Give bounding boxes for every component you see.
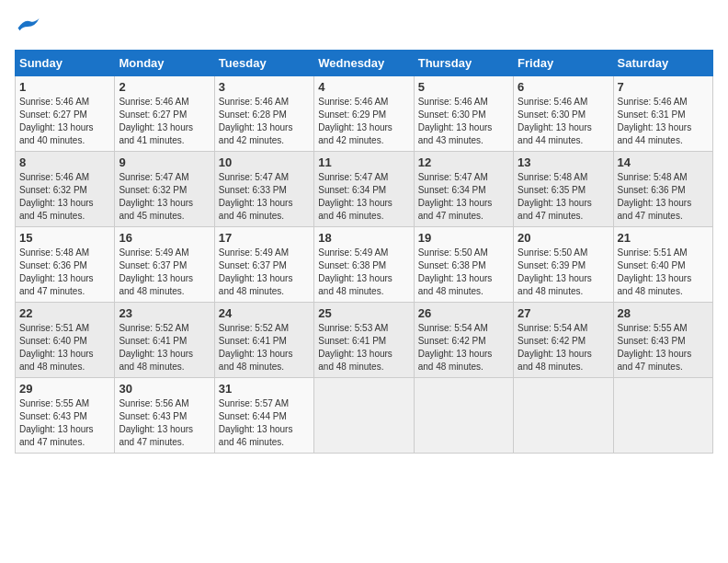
day-info: Sunrise: 5:47 AMSunset: 6:34 PMDaylight:… <box>318 171 409 223</box>
calendar: SundayMondayTuesdayWednesdayThursdayFrid… <box>15 50 713 454</box>
day-number: 6 <box>518 80 609 94</box>
day-cell: 16Sunrise: 5:49 AMSunset: 6:37 PMDayligh… <box>115 227 214 303</box>
day-cell: 14Sunrise: 5:48 AMSunset: 6:36 PMDayligh… <box>613 152 712 227</box>
day-info: Sunrise: 5:46 AMSunset: 6:30 PMDaylight:… <box>518 96 609 147</box>
day-info: Sunrise: 5:49 AMSunset: 6:38 PMDaylight:… <box>318 247 409 298</box>
day-number: 19 <box>418 231 509 245</box>
day-number: 2 <box>119 80 210 94</box>
weekday-header-saturday: Saturday <box>613 51 712 76</box>
logo <box>15 15 44 39</box>
day-info: Sunrise: 5:48 AMSunset: 6:36 PMDaylight:… <box>19 247 110 298</box>
day-cell: 9Sunrise: 5:47 AMSunset: 6:32 PMDaylight… <box>115 152 214 227</box>
day-number: 8 <box>19 155 110 169</box>
weekday-header-thursday: Thursday <box>414 51 513 76</box>
day-number: 24 <box>219 306 310 320</box>
day-info: Sunrise: 5:54 AMSunset: 6:42 PMDaylight:… <box>418 322 509 373</box>
week-row-4: 22Sunrise: 5:51 AMSunset: 6:40 PMDayligh… <box>16 303 713 378</box>
day-number: 16 <box>119 231 210 245</box>
day-number: 29 <box>19 382 110 396</box>
day-info: Sunrise: 5:54 AMSunset: 6:42 PMDaylight:… <box>518 322 609 373</box>
weekday-header-friday: Friday <box>514 51 613 76</box>
day-cell: 8Sunrise: 5:46 AMSunset: 6:32 PMDaylight… <box>16 152 115 227</box>
day-number: 9 <box>119 155 210 169</box>
day-number: 27 <box>518 306 609 320</box>
day-cell: 11Sunrise: 5:47 AMSunset: 6:34 PMDayligh… <box>314 152 414 227</box>
day-cell: 26Sunrise: 5:54 AMSunset: 6:42 PMDayligh… <box>414 303 513 378</box>
week-row-3: 15Sunrise: 5:48 AMSunset: 6:36 PMDayligh… <box>16 227 713 303</box>
day-info: Sunrise: 5:55 AMSunset: 6:43 PMDaylight:… <box>19 397 110 449</box>
day-number: 3 <box>219 80 310 94</box>
day-info: Sunrise: 5:47 AMSunset: 6:33 PMDaylight:… <box>219 171 310 223</box>
day-number: 15 <box>19 231 110 245</box>
weekday-header-tuesday: Tuesday <box>214 51 313 76</box>
day-cell: 20Sunrise: 5:50 AMSunset: 6:39 PMDayligh… <box>514 227 613 303</box>
day-cell: 5Sunrise: 5:46 AMSunset: 6:30 PMDaylight… <box>414 76 513 152</box>
weekday-header-sunday: Sunday <box>16 51 115 76</box>
day-cell: 2Sunrise: 5:46 AMSunset: 6:27 PMDaylight… <box>115 76 214 152</box>
day-number: 22 <box>19 306 110 320</box>
day-info: Sunrise: 5:50 AMSunset: 6:38 PMDaylight:… <box>418 247 509 298</box>
day-cell: 18Sunrise: 5:49 AMSunset: 6:38 PMDayligh… <box>314 227 414 303</box>
day-cell: 30Sunrise: 5:56 AMSunset: 6:43 PMDayligh… <box>115 378 214 454</box>
week-row-1: 1Sunrise: 5:46 AMSunset: 6:27 PMDaylight… <box>16 76 713 152</box>
day-info: Sunrise: 5:55 AMSunset: 6:43 PMDaylight:… <box>618 322 709 373</box>
day-cell: 29Sunrise: 5:55 AMSunset: 6:43 PMDayligh… <box>16 378 115 454</box>
day-cell: 6Sunrise: 5:46 AMSunset: 6:30 PMDaylight… <box>514 76 613 152</box>
day-number: 31 <box>219 382 310 396</box>
day-number: 12 <box>418 155 509 169</box>
day-number: 23 <box>119 306 210 320</box>
day-cell: 19Sunrise: 5:50 AMSunset: 6:38 PMDayligh… <box>414 227 513 303</box>
day-info: Sunrise: 5:48 AMSunset: 6:35 PMDaylight:… <box>518 171 609 223</box>
day-number: 7 <box>618 80 709 94</box>
day-number: 17 <box>219 231 310 245</box>
weekday-header-wednesday: Wednesday <box>314 51 414 76</box>
day-cell: 4Sunrise: 5:46 AMSunset: 6:29 PMDaylight… <box>314 76 414 152</box>
day-info: Sunrise: 5:51 AMSunset: 6:40 PMDaylight:… <box>19 322 110 373</box>
day-number: 11 <box>318 155 409 169</box>
day-number: 21 <box>618 231 709 245</box>
day-info: Sunrise: 5:46 AMSunset: 6:27 PMDaylight:… <box>19 96 110 147</box>
day-cell: 31Sunrise: 5:57 AMSunset: 6:44 PMDayligh… <box>214 378 313 454</box>
day-cell <box>613 378 712 454</box>
day-number: 25 <box>318 306 409 320</box>
day-cell <box>414 378 513 454</box>
day-number: 28 <box>618 306 709 320</box>
header <box>15 15 713 39</box>
day-info: Sunrise: 5:56 AMSunset: 6:43 PMDaylight:… <box>119 397 210 449</box>
day-info: Sunrise: 5:53 AMSunset: 6:41 PMDaylight:… <box>318 322 409 373</box>
day-info: Sunrise: 5:52 AMSunset: 6:41 PMDaylight:… <box>219 322 310 373</box>
day-number: 14 <box>618 155 709 169</box>
week-row-2: 8Sunrise: 5:46 AMSunset: 6:32 PMDaylight… <box>16 152 713 227</box>
day-cell: 24Sunrise: 5:52 AMSunset: 6:41 PMDayligh… <box>214 303 313 378</box>
day-cell: 1Sunrise: 5:46 AMSunset: 6:27 PMDaylight… <box>16 76 115 152</box>
day-info: Sunrise: 5:46 AMSunset: 6:29 PMDaylight:… <box>318 96 409 147</box>
day-cell: 28Sunrise: 5:55 AMSunset: 6:43 PMDayligh… <box>613 303 712 378</box>
day-cell: 10Sunrise: 5:47 AMSunset: 6:33 PMDayligh… <box>214 152 313 227</box>
day-info: Sunrise: 5:46 AMSunset: 6:27 PMDaylight:… <box>119 96 210 147</box>
day-number: 10 <box>219 155 310 169</box>
day-cell: 27Sunrise: 5:54 AMSunset: 6:42 PMDayligh… <box>514 303 613 378</box>
week-row-5: 29Sunrise: 5:55 AMSunset: 6:43 PMDayligh… <box>16 378 713 454</box>
day-cell <box>314 378 414 454</box>
day-info: Sunrise: 5:52 AMSunset: 6:41 PMDaylight:… <box>119 322 210 373</box>
day-info: Sunrise: 5:51 AMSunset: 6:40 PMDaylight:… <box>618 247 709 298</box>
day-info: Sunrise: 5:47 AMSunset: 6:32 PMDaylight:… <box>119 171 210 223</box>
day-info: Sunrise: 5:47 AMSunset: 6:34 PMDaylight:… <box>418 171 509 223</box>
day-cell: 22Sunrise: 5:51 AMSunset: 6:40 PMDayligh… <box>16 303 115 378</box>
day-info: Sunrise: 5:57 AMSunset: 6:44 PMDaylight:… <box>219 397 310 449</box>
day-number: 26 <box>418 306 509 320</box>
day-cell: 23Sunrise: 5:52 AMSunset: 6:41 PMDayligh… <box>115 303 214 378</box>
day-info: Sunrise: 5:49 AMSunset: 6:37 PMDaylight:… <box>219 247 310 298</box>
day-info: Sunrise: 5:46 AMSunset: 6:32 PMDaylight:… <box>19 171 110 223</box>
day-info: Sunrise: 5:46 AMSunset: 6:31 PMDaylight:… <box>618 96 709 147</box>
day-cell: 25Sunrise: 5:53 AMSunset: 6:41 PMDayligh… <box>314 303 414 378</box>
day-info: Sunrise: 5:48 AMSunset: 6:36 PMDaylight:… <box>618 171 709 223</box>
day-cell: 15Sunrise: 5:48 AMSunset: 6:36 PMDayligh… <box>16 227 115 303</box>
day-cell: 3Sunrise: 5:46 AMSunset: 6:28 PMDaylight… <box>214 76 313 152</box>
calendar-header-row: SundayMondayTuesdayWednesdayThursdayFrid… <box>16 51 713 76</box>
day-number: 13 <box>518 155 609 169</box>
weekday-header-monday: Monday <box>115 51 214 76</box>
day-cell: 21Sunrise: 5:51 AMSunset: 6:40 PMDayligh… <box>613 227 712 303</box>
logo-icon <box>15 15 40 39</box>
day-cell: 17Sunrise: 5:49 AMSunset: 6:37 PMDayligh… <box>214 227 313 303</box>
